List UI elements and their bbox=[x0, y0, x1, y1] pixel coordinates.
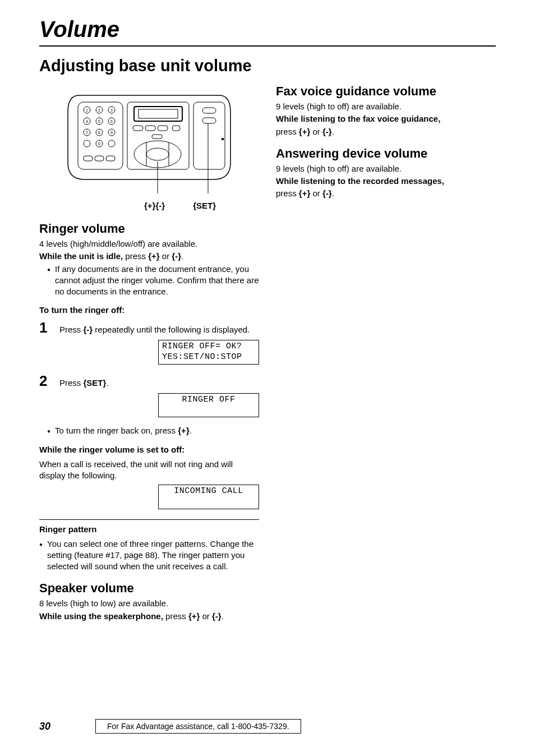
separator-line bbox=[39, 519, 259, 520]
svg-point-10 bbox=[84, 140, 90, 147]
step-2-text: Press {SET}. bbox=[59, 377, 259, 389]
svg-rect-31 bbox=[158, 126, 168, 131]
back-on-b: . bbox=[190, 426, 192, 435]
label-set: {SET} bbox=[193, 201, 216, 210]
ringer-idle-end: . bbox=[181, 251, 183, 261]
step2-b: . bbox=[106, 378, 108, 388]
key-set-1: {SET} bbox=[84, 378, 107, 388]
svg-rect-41 bbox=[222, 138, 224, 140]
key-minus-2: {-} bbox=[84, 325, 93, 334]
step-1-num: 1 bbox=[39, 319, 50, 336]
speaker-levels: 8 levels (high to low) are available. bbox=[39, 598, 259, 609]
fax-a: press bbox=[276, 127, 299, 136]
or-1: or bbox=[160, 251, 172, 261]
step1-a: Press bbox=[59, 325, 84, 334]
ringer-levels: 4 levels (high/middle/low/off) are avail… bbox=[39, 238, 259, 250]
svg-rect-27 bbox=[134, 107, 182, 121]
ringer-note-1: If any documents are in the document ent… bbox=[47, 264, 259, 298]
key-plus-3: {+} bbox=[188, 611, 200, 621]
step1-b: repeatedly until the following is displa… bbox=[93, 325, 250, 334]
display-incoming-call: INCOMING CALL bbox=[158, 485, 259, 509]
main-heading: Adjusting base unit volume bbox=[39, 57, 496, 75]
speaker-instr: While using the speakerphone, press {+} … bbox=[39, 611, 259, 622]
ringer-notes: If any documents are in the document ent… bbox=[39, 264, 259, 298]
display2-line1: RINGER OFF bbox=[162, 395, 255, 405]
svg-text:5: 5 bbox=[98, 119, 100, 123]
step-2: 2 Press {SET}. bbox=[39, 372, 259, 390]
fax-c: . bbox=[332, 127, 334, 136]
fax-b: or bbox=[310, 127, 322, 136]
key-plus-1: {+} bbox=[148, 251, 159, 261]
device-diagram: 1 2 3 4 5 6 7 8 9 0 bbox=[39, 90, 259, 210]
key-minus-1: {-} bbox=[172, 251, 181, 261]
svg-rect-38 bbox=[193, 102, 225, 169]
ringer-pattern-bullet: You can select one of three ringer patte… bbox=[39, 538, 259, 573]
display-ringer-off: RINGER OFF bbox=[158, 393, 259, 418]
svg-rect-24 bbox=[95, 156, 104, 161]
key-plus-2: {+} bbox=[178, 426, 189, 435]
svg-text:8: 8 bbox=[98, 131, 100, 135]
ringer-pattern-head: Ringer pattern bbox=[39, 524, 259, 534]
display-ringer-off-confirm: RINGER OFF= OK? YES:SET/NO:STOP bbox=[158, 340, 259, 365]
svg-point-12 bbox=[108, 140, 115, 147]
svg-text:6: 6 bbox=[110, 119, 113, 123]
right-column: Fax voice guidance volume 9 levels (high… bbox=[276, 84, 496, 623]
base-unit-illustration: 1 2 3 4 5 6 7 8 9 0 bbox=[62, 90, 236, 196]
ans-b: or bbox=[310, 188, 322, 198]
svg-text:9: 9 bbox=[110, 131, 113, 135]
svg-rect-23 bbox=[84, 156, 93, 161]
svg-rect-39 bbox=[202, 108, 216, 113]
left-column: 1 2 3 4 5 6 7 8 9 0 bbox=[39, 84, 259, 623]
step2-a: Press bbox=[59, 378, 84, 388]
label-plusminus: {+}{-} bbox=[144, 201, 165, 210]
speaker-heading: Speaker volume bbox=[39, 581, 259, 596]
ringer-idle-rest: press bbox=[123, 251, 148, 261]
key-minus-3: {-} bbox=[212, 611, 222, 621]
ringer-idle-bold: While the unit is idle, bbox=[39, 251, 123, 261]
ans-levels: 9 levels (high to off) are available. bbox=[276, 163, 496, 174]
svg-text:3: 3 bbox=[110, 108, 113, 112]
svg-rect-30 bbox=[145, 126, 155, 131]
ringer-pattern-list: You can select one of three ringer patte… bbox=[39, 538, 259, 573]
ringer-off-head: To turn the ringer off: bbox=[39, 305, 259, 315]
svg-text:0: 0 bbox=[98, 142, 100, 146]
ringer-idle: While the unit is idle, press {+} or {-}… bbox=[39, 251, 259, 262]
svg-rect-28 bbox=[139, 109, 178, 118]
ringer-heading: Ringer volume bbox=[39, 222, 259, 236]
key-minus-5: {-} bbox=[322, 188, 332, 198]
ringer-back-on-list: To turn the ringer back on, press {+}. bbox=[39, 425, 259, 436]
svg-text:1: 1 bbox=[86, 108, 88, 112]
page-title: Volume bbox=[39, 17, 496, 47]
svg-text:4: 4 bbox=[86, 119, 88, 123]
step-1-text: Press {-} repeatedly until the following… bbox=[59, 324, 259, 335]
ans-heading: Answering device volume bbox=[276, 146, 496, 161]
fax-levels: 9 levels (high to off) are available. bbox=[276, 101, 496, 112]
svg-rect-33 bbox=[152, 135, 162, 139]
fax-heading: Fax voice guidance volume bbox=[276, 84, 496, 99]
svg-rect-32 bbox=[172, 126, 180, 131]
speaker-bold: While using the speakerphone, bbox=[39, 611, 163, 621]
key-plus-5: {+} bbox=[299, 188, 310, 198]
step-2-num: 2 bbox=[39, 372, 50, 390]
speaker-rest-c: . bbox=[222, 611, 224, 621]
fax-bold: While listening to the fax voice guidanc… bbox=[276, 113, 496, 125]
page-number: 30 bbox=[39, 721, 50, 732]
fax-press: press {+} or {-}. bbox=[276, 126, 496, 137]
display3-line1: INCOMING CALL bbox=[162, 486, 255, 497]
ans-c: . bbox=[332, 188, 334, 198]
ans-a: press bbox=[276, 188, 299, 198]
ringer-back-on: To turn the ringer back on, press {+}. bbox=[47, 425, 259, 436]
svg-rect-25 bbox=[106, 156, 115, 161]
page-footer: 30 For Fax Advantage assistance, call 1-… bbox=[39, 719, 496, 734]
ans-bold: While listening to the recorded messages… bbox=[276, 176, 496, 187]
ans-press: press {+} or {-}. bbox=[276, 188, 496, 199]
back-on-a: To turn the ringer back on, press bbox=[55, 426, 178, 435]
step-1: 1 Press {-} repeatedly until the followi… bbox=[39, 319, 259, 336]
ringer-off-set-text: When a call is received, the unit will n… bbox=[39, 459, 259, 482]
svg-text:7: 7 bbox=[86, 131, 88, 135]
svg-text:2: 2 bbox=[98, 108, 100, 112]
ringer-off-set-head: While the ringer volume is set to off: bbox=[39, 445, 259, 454]
key-plus-4: {+} bbox=[299, 127, 310, 136]
speaker-rest-b: or bbox=[200, 611, 212, 621]
key-minus-4: {-} bbox=[322, 127, 332, 136]
